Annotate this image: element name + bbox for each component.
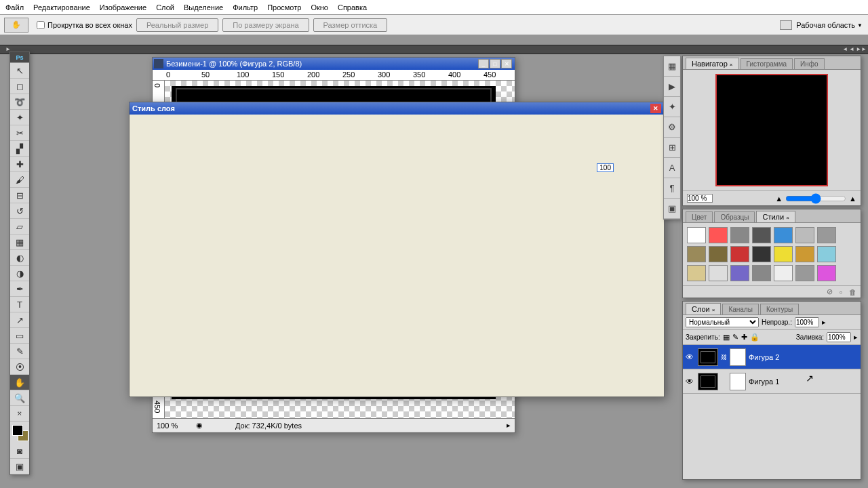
lock-move-icon[interactable]: ✚ [741,333,747,342]
blur-tool[interactable]: ◐ [10,250,29,266]
style-swatch[interactable] [709,246,728,262]
style-swatch[interactable] [687,246,706,262]
workspace-menu[interactable]: Рабочая область [796,21,863,29]
panel-icon-3[interactable]: ✦ [664,97,680,117]
style-swatch[interactable] [730,227,749,243]
style-swatch[interactable] [795,265,814,281]
lasso-tool[interactable]: ➰ [10,94,29,110]
visibility-icon[interactable]: 👁 [686,377,695,386]
link-icon[interactable]: ⛓ [721,354,727,361]
layer-thumb[interactable] [698,348,718,366]
style-swatch[interactable] [752,265,771,281]
panel-icon-5[interactable]: ⊞ [664,138,680,158]
zoom-out-icon[interactable]: ▲ [775,195,783,203]
style-swatch[interactable] [795,227,814,243]
tab-info[interactable]: Инфо [794,58,825,69]
actual-size-button[interactable]: Реальный размер [136,18,218,32]
gradient-tool[interactable]: ▦ [10,235,29,250]
style-swatch[interactable] [709,227,728,243]
brush-tool[interactable]: 🖌 [10,172,29,188]
scroll-all-checkbox[interactable]: Прокрутка во всех окнах [37,21,132,29]
hand-tool[interactable]: ✋ [10,375,29,390]
style-swatch[interactable] [687,265,706,281]
panel-icon-8[interactable]: ▣ [664,199,680,219]
lock-all-icon[interactable]: 🔒 [750,333,760,342]
eraser-tool[interactable]: ▱ [10,219,29,235]
wand-tool[interactable]: ✦ [10,110,29,125]
dock-strip-left[interactable] [0,45,434,54]
tab-layers[interactable]: Слои× [686,303,721,314]
layer-mask-thumb[interactable] [730,373,746,390]
lock-paint-icon[interactable]: ✎ [732,333,738,342]
zoom-in-icon[interactable]: ▲ [849,195,856,203]
style-swatch[interactable] [817,246,836,262]
style-swatch[interactable] [795,246,814,262]
style-swatch[interactable] [752,246,771,262]
status-menu-button[interactable]: ▸ [507,421,511,430]
tab-swatches[interactable]: Образцы [714,211,755,222]
dialog-titlebar[interactable]: Стиль слоя ✕ [130,102,664,115]
tab-paths[interactable]: Контуры [760,304,799,314]
fit-screen-button[interactable]: По размеру экрана [222,18,309,32]
panel-icon-7[interactable]: ¶ [664,178,680,199]
type-tool[interactable]: T [10,297,29,312]
history-brush-tool[interactable]: ↺ [10,203,29,219]
shape-tool[interactable]: ▭ [10,328,29,344]
maximize-button[interactable]: □ [490,59,500,68]
menu-select[interactable]: Выделение [184,3,223,12]
opacity-flyout[interactable]: ▸ [822,318,826,327]
nav-zoom-input[interactable] [687,194,713,203]
panel-icon-1[interactable]: ▦ [664,56,680,77]
panel-icon-6[interactable]: A [664,158,680,178]
style-swatch[interactable] [817,265,836,281]
layer-mask-thumb[interactable] [730,348,746,366]
zoom-tool[interactable]: 🔍 [10,390,29,406]
style-swatch[interactable] [774,246,793,262]
style-swatch[interactable] [709,265,728,281]
marquee-tool[interactable]: ◻ [10,79,29,94]
zoom-level[interactable]: 100 % [157,422,191,430]
slice-tool[interactable]: ▞ [10,141,29,157]
menu-filter[interactable]: Фильтр [233,3,258,12]
dodge-tool[interactable]: ◑ [10,266,29,281]
quickmask-tool[interactable]: ◙ [10,443,29,459]
fill-input[interactable] [827,332,851,342]
layer-name[interactable]: Фигура 2 [749,353,779,361]
eyedropper-tool[interactable]: ⦿ [10,359,29,375]
panel-icon-4[interactable]: ⚙ [664,117,680,138]
color-swatch[interactable] [10,423,29,442]
delete-style-icon[interactable]: 🗑 [849,288,856,296]
style-swatch[interactable] [817,227,836,243]
visibility-icon[interactable]: 👁 [686,352,695,362]
menu-help[interactable]: Справка [338,3,367,12]
style-swatch[interactable] [774,227,793,243]
panel-icon-2[interactable]: ▶ [664,77,680,97]
nav-zoom-slider[interactable] [785,192,846,205]
tab-navigator[interactable]: Навигатор× [686,58,739,69]
hand-tool-icon[interactable]: ✋ [4,18,28,33]
no-style-icon[interactable]: ⊘ [827,287,833,296]
pen-tool[interactable]: ✒ [10,281,29,297]
blend-mode-select[interactable]: Нормальный [686,317,759,327]
style-swatch[interactable] [774,265,793,281]
navigator-preview[interactable] [715,74,828,186]
toolbox-header[interactable] [10,52,29,63]
notes-tool[interactable]: ✎ [10,344,29,359]
style-swatch[interactable] [752,227,771,243]
new-style-icon[interactable]: ▫ [840,288,842,296]
print-size-button[interactable]: Размер оттиска [313,18,388,32]
screenmode-tool[interactable]: ▣ [10,459,29,474]
move-tool[interactable]: ↖ [10,63,29,79]
opacity-input[interactable] [795,317,819,327]
menu-image[interactable]: Изображение [100,3,146,12]
style-swatch[interactable] [687,227,706,243]
lock-trans-icon[interactable]: ▦ [723,333,730,342]
fill-flyout[interactable]: ▸ [854,333,858,342]
swap-colors[interactable]: ⤧ [10,406,29,422]
opacity-value[interactable]: 100 [597,163,614,172]
style-swatch[interactable] [730,265,749,281]
stamp-tool[interactable]: ⊟ [10,188,29,203]
menu-file[interactable]: Файл [5,3,24,12]
crop-tool[interactable]: ✂ [10,125,29,141]
menu-layer[interactable]: Слой [156,3,174,12]
